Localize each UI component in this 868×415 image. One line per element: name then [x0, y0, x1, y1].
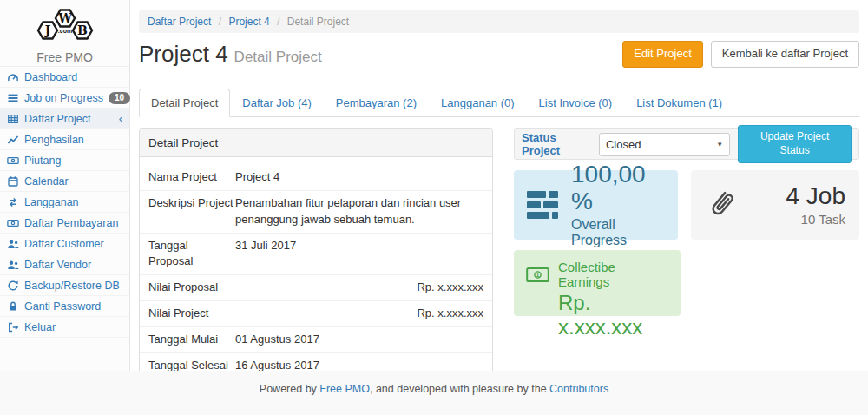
job-count: 4 Job	[786, 183, 846, 210]
breadcrumb-separator: /	[277, 16, 279, 28]
sidebar-item-label: Ganti Password	[24, 300, 101, 313]
sidebar-item-label: Daftar Pembayaran	[24, 217, 118, 229]
update-project-status-button[interactable]: Update Project Status	[738, 125, 852, 162]
status-project-bar: Status Project Closed ▼ Update Project S…	[514, 128, 859, 160]
edit-project-button[interactable]: Edit Project	[622, 41, 702, 68]
table-row: Tanggal Proposal 31 Juli 2017	[140, 234, 492, 276]
svg-text:.com: .com	[57, 28, 71, 34]
breadcrumb-link-daftar-project[interactable]: Daftar Project	[148, 16, 211, 28]
refresh-icon	[7, 280, 19, 292]
tab-list-invoice[interactable]: List Invoice (0)	[527, 89, 625, 117]
svg-text:1: 1	[536, 272, 540, 278]
overall-progress-card: 100,00 % Overall Progress	[514, 170, 678, 240]
line-chart-icon	[7, 134, 19, 146]
repeat-icon	[7, 196, 19, 208]
main-content: Daftar Project / Project 4 / Detail Proj…	[131, 0, 868, 371]
footer-text: Powered by	[260, 383, 319, 395]
table-row: Deskripsi Project Penambahan fitur pelap…	[140, 191, 492, 234]
footer-text: , and developed with pleasure by the	[370, 383, 549, 395]
paperclip-icon	[705, 186, 738, 224]
page-subtitle: Detail Project	[234, 49, 322, 65]
sidebar-item-job-on-progress[interactable]: Job on Progress 10	[0, 88, 129, 109]
sidebar-item-label: Calendar	[24, 175, 69, 188]
tab-list-dokumen[interactable]: List Dokumen (1)	[624, 89, 734, 117]
sidebar-item-dashboard[interactable]: Dashboard	[0, 67, 129, 88]
sidebar: J W B .com Free PMO Dashboard Job on Pro…	[0, 0, 130, 371]
page-title-group: Project 4Detail Project	[139, 41, 322, 68]
progress-label: Overall Progress	[571, 217, 667, 248]
tab-pembayaran[interactable]: Pembayaran (2)	[324, 89, 429, 117]
tab-langganan[interactable]: Langganan (0)	[429, 89, 527, 117]
dashboard-icon	[7, 71, 19, 83]
app-window: J W B .com Free PMO Dashboard Job on Pro…	[0, 0, 868, 415]
earnings-label: Collectibe Earnings	[558, 260, 668, 289]
sidebar-menu: Dashboard Job on Progress 10 Daftar Proj…	[0, 66, 129, 338]
jwb-logo-icon: J W B .com	[31, 6, 99, 46]
table-row: Nama Project Project 4	[140, 165, 492, 191]
sidebar-item-label: Job on Progress	[24, 92, 103, 104]
breadcrumb: Daftar Project / Project 4 / Detail Proj…	[139, 10, 859, 33]
table-row: Tanggal Mulai 01 Agustus 2017	[140, 327, 492, 353]
earnings-header: 1 Collectibe Earnings	[526, 260, 668, 289]
sidebar-item-backup-restore-db[interactable]: Backup/Restore DB	[0, 275, 129, 296]
table-row: Nilai Proposal Rp. x.xxx.xxx	[140, 275, 492, 301]
status-select-value: Closed	[606, 138, 641, 151]
header-actions: Edit Project Kembali ke daftar Project	[622, 41, 859, 68]
sidebar-item-daftar-pembayaran[interactable]: Daftar Pembayaran	[0, 213, 129, 234]
tab-daftar-job[interactable]: Daftar Job (4)	[230, 89, 323, 117]
task-count: 10 Task	[786, 212, 846, 227]
summary-cards-row: 100,00 % Overall Progress	[514, 170, 859, 240]
status-select[interactable]: Closed ▼	[599, 133, 730, 156]
page-header: Project 4Detail Project Edit Project Kem…	[139, 41, 859, 76]
progress-value: 100,00 %	[571, 161, 667, 215]
sidebar-item-label: Penghasilan	[24, 134, 84, 146]
sidebar-item-daftar-customer[interactable]: Daftar Customer	[0, 234, 129, 254]
back-to-project-list-button[interactable]: Kembali ke daftar Project	[711, 41, 859, 68]
sidebar-item-label: Daftar Customer	[24, 238, 104, 250]
collectible-earnings-card: 1 Collectibe Earnings Rp. x.xxx.xxx	[514, 250, 681, 316]
sidebar-item-penghasilan[interactable]: Penghasilan	[0, 129, 129, 150]
page-title: Project 4	[139, 41, 228, 67]
table-icon	[7, 113, 19, 125]
svg-text:J: J	[43, 23, 50, 37]
bars-icon	[7, 92, 19, 104]
footer-link-free-pmo[interactable]: Free PMO	[319, 383, 370, 395]
sidebar-item-calendar[interactable]: Calendar	[0, 171, 129, 192]
brand-name: Free PMO	[0, 50, 129, 64]
svg-text:B: B	[77, 23, 88, 37]
sidebar-item-label: Daftar Project	[24, 113, 90, 125]
job-text: 4 Job 10 Task	[786, 183, 846, 227]
sidebar-item-keluar[interactable]: Keluar	[0, 317, 129, 338]
sidebar-item-label: Backup/Restore DB	[24, 280, 120, 292]
footer: Powered by Free PMO, and developed with …	[0, 371, 868, 415]
chevron-left-icon: ‹	[119, 113, 122, 124]
table-row: Nilai Project Rp. x.xxx.xxx	[140, 301, 492, 327]
panel-title: Detail Project	[140, 129, 492, 157]
sidebar-item-langganan[interactable]: Langganan	[0, 192, 129, 213]
money-icon	[7, 155, 19, 167]
job-count-badge: 10	[108, 92, 130, 104]
chevron-down-icon: ▼	[716, 141, 723, 148]
tab-detail-project[interactable]: Detail Project	[139, 89, 230, 117]
calendar-icon	[7, 175, 19, 188]
footer-link-contributors[interactable]: Contributors	[549, 383, 608, 395]
sidebar-item-piutang[interactable]: Piutang	[0, 150, 129, 171]
breadcrumb-link-project-4[interactable]: Project 4	[228, 16, 269, 28]
lock-icon	[7, 300, 19, 313]
job-summary-card: 4 Job 10 Task	[691, 170, 860, 240]
svg-text:W: W	[57, 11, 72, 25]
users-icon	[7, 259, 19, 271]
users-icon	[7, 238, 19, 250]
sidebar-item-label: Daftar Vendor	[24, 259, 91, 271]
logo-block[interactable]: J W B .com Free PMO	[0, 0, 129, 66]
progress-text: 100,00 % Overall Progress	[571, 161, 667, 248]
earnings-value: Rp. x.xxx.xxx	[526, 291, 668, 339]
breadcrumb-current: Detail Project	[287, 16, 349, 28]
sidebar-item-ganti-password[interactable]: Ganti Password	[0, 296, 129, 317]
sidebar-item-daftar-vendor[interactable]: Daftar Vendor	[0, 254, 129, 275]
sidebar-item-daftar-project[interactable]: Daftar Project ‹	[0, 109, 129, 129]
money-bill-icon: 1	[526, 267, 549, 283]
sidebar-item-label: Dashboard	[24, 71, 77, 83]
tasks-icon	[525, 190, 560, 220]
sidebar-item-label: Langganan	[24, 196, 79, 208]
